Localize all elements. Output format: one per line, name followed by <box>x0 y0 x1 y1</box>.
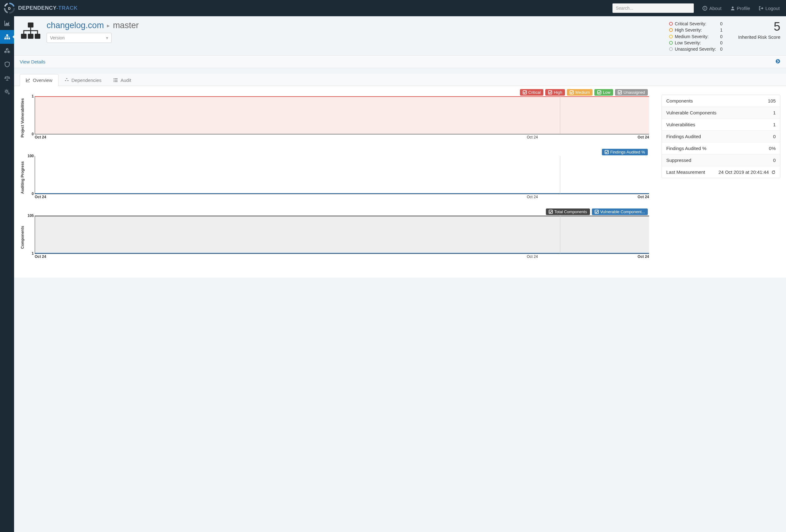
sidebar-item-admin[interactable] <box>0 85 14 99</box>
about-link[interactable]: About <box>702 6 721 11</box>
svg-rect-25 <box>570 91 573 94</box>
sitemap-icon <box>4 34 10 40</box>
tab-overview[interactable]: Overview <box>20 74 59 86</box>
tasks-icon <box>113 78 118 83</box>
legend-medium[interactable]: Medium <box>567 89 593 96</box>
content: changelog.com ▸ master Version ▾ Critica… <box>14 16 786 532</box>
shield-icon <box>4 61 10 68</box>
tab-dependencies[interactable]: Dependencies <box>59 74 108 86</box>
legend-unassigned[interactable]: Unassigned <box>615 89 648 96</box>
svg-rect-7 <box>4 38 6 39</box>
project-header: changelog.com ▸ master Version ▾ Critica… <box>14 16 786 55</box>
svg-rect-13 <box>21 34 27 39</box>
svg-point-10 <box>6 90 7 92</box>
branch-name: master <box>113 21 139 30</box>
svg-rect-4 <box>705 7 705 7</box>
svg-rect-15 <box>35 34 40 39</box>
stat-findings-audited: Findings Audited0 <box>662 131 780 142</box>
stats-table: Components105 Vulnerable Components1 Vul… <box>662 95 780 178</box>
cubes-icon <box>64 78 69 83</box>
chart-vulnerabilities: Critical High Medium Low Unassigned Proj… <box>20 89 649 139</box>
legend-total-components[interactable]: Total Components <box>546 208 590 215</box>
svg-rect-3 <box>705 8 705 9</box>
svg-rect-28 <box>605 151 608 154</box>
brand[interactable]: D DEPENDENCY-TRACK <box>4 2 77 14</box>
logout-icon <box>759 6 763 10</box>
stat-vulnerabilities: Vulnerabilities1 <box>662 119 780 131</box>
stat-components: Components105 <box>662 95 780 107</box>
svg-rect-8 <box>6 38 8 39</box>
svg-rect-14 <box>28 34 33 39</box>
svg-rect-22 <box>115 82 118 82</box>
svg-rect-9 <box>8 38 10 39</box>
sidebar-item-dashboard[interactable] <box>0 16 14 30</box>
legend-high[interactable]: High <box>545 89 565 96</box>
chart-auditing: Findings Audited % Auditing Progress 100… <box>20 149 649 199</box>
sidebar-item-projects[interactable] <box>0 30 14 44</box>
svg-rect-29 <box>549 210 552 213</box>
overview-panel: Critical High Medium Low Unassigned Proj… <box>14 86 786 278</box>
chart-area-icon <box>4 20 10 26</box>
refresh-icon[interactable] <box>771 170 776 175</box>
svg-rect-6 <box>6 34 8 36</box>
svg-rect-17 <box>114 78 114 79</box>
project-name[interactable]: changelog.com <box>47 21 104 30</box>
svg-text:D: D <box>8 6 10 10</box>
info-icon <box>702 6 707 10</box>
sidebar-item-components[interactable] <box>0 44 14 57</box>
svg-rect-24 <box>548 91 552 94</box>
cogs-icon <box>4 89 10 95</box>
svg-rect-21 <box>114 82 114 82</box>
project-icon <box>20 21 42 43</box>
details-bar: View Details <box>14 55 786 68</box>
sidebar-item-licenses[interactable] <box>0 71 14 85</box>
caret-down-icon: ▾ <box>106 35 108 40</box>
legend-findings-audited-pct[interactable]: Findings Audited % <box>602 149 648 155</box>
svg-rect-12 <box>28 23 33 27</box>
balance-scale-icon <box>4 75 10 81</box>
severity-summary: Critical Severity:0 High Severity:1 Medi… <box>669 21 722 52</box>
svg-point-16 <box>776 59 780 64</box>
legend-critical[interactable]: Critical <box>520 89 544 96</box>
stat-suppressed: Suppressed0 <box>662 155 780 166</box>
svg-rect-18 <box>115 78 118 79</box>
user-icon <box>730 6 735 10</box>
tabs: Overview Dependencies Audit <box>14 74 786 86</box>
stat-vuln-components: Vulnerable Components1 <box>662 107 780 119</box>
view-details-link[interactable]: View Details <box>20 59 45 64</box>
risk-score: 5 Inherited Risk Score <box>738 21 780 40</box>
svg-rect-26 <box>598 91 601 94</box>
logo-icon: D <box>4 2 15 14</box>
search-input[interactable] <box>612 3 694 13</box>
navbar: D DEPENDENCY-TRACK About Profile Logout <box>0 0 786 16</box>
svg-point-5 <box>732 6 734 8</box>
svg-point-11 <box>8 93 9 94</box>
logout-link[interactable]: Logout <box>759 6 780 11</box>
svg-rect-23 <box>523 91 527 94</box>
brand-text: DEPENDENCY-TRACK <box>18 5 77 11</box>
cubes-icon <box>4 47 10 54</box>
sidebar <box>0 16 14 532</box>
page-title: changelog.com ▸ master <box>47 21 139 30</box>
version-select[interactable]: Version ▾ <box>47 33 112 43</box>
svg-rect-30 <box>595 210 598 213</box>
legend-vulnerable-components[interactable]: Vulnerable Component... <box>592 208 648 215</box>
sidebar-item-vulnerabilities[interactable] <box>0 57 14 71</box>
chart-components: Total Components Vulnerable Component...… <box>20 208 649 259</box>
stat-last-measurement: Last Measurement 24 Oct 2019 at 20:41:44 <box>662 166 780 178</box>
legend-low[interactable]: Low <box>594 89 613 96</box>
tab-audit[interactable]: Audit <box>107 74 137 86</box>
svg-rect-19 <box>114 80 114 80</box>
profile-link[interactable]: Profile <box>730 6 750 11</box>
stat-findings-audited-pct: Findings Audited %0% <box>662 142 780 155</box>
svg-rect-20 <box>115 80 118 80</box>
chart-line-icon <box>26 78 30 83</box>
svg-rect-27 <box>618 91 622 94</box>
caret-right-icon: ▸ <box>107 22 110 29</box>
arrow-right-circle-icon[interactable] <box>776 59 780 65</box>
